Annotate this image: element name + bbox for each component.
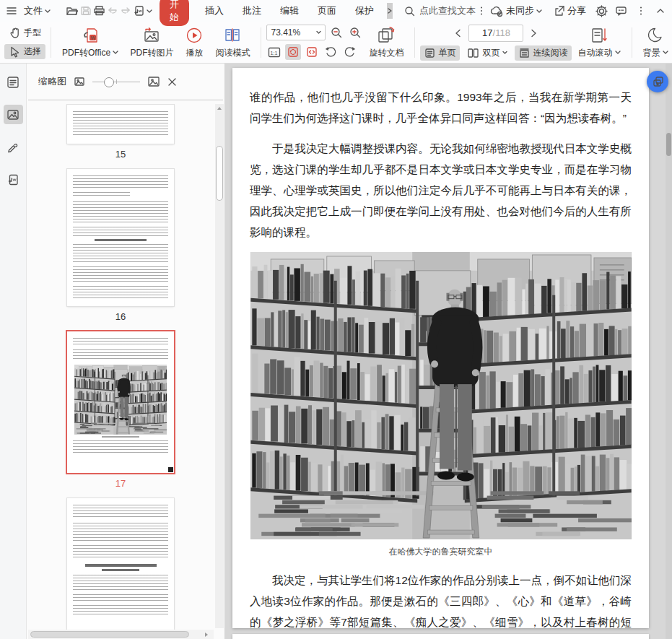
cloud-unsync-icon xyxy=(489,5,504,17)
thumbnail-label-selected: 17 xyxy=(27,478,214,489)
file-menu[interactable]: 文件 xyxy=(19,3,56,19)
zoom-out-button[interactable] xyxy=(328,25,344,40)
pdf-to-office-icon: W xyxy=(81,26,100,45)
settings-button[interactable] xyxy=(593,2,611,19)
selection-corner-handle xyxy=(168,467,173,472)
chevron-down-icon xyxy=(536,8,542,14)
page-number-input[interactable]: 17/118 xyxy=(468,25,523,42)
quickbar-dropdown-icon[interactable] xyxy=(147,2,152,19)
photo-frame xyxy=(250,252,632,539)
doc-convert-icon xyxy=(651,75,664,88)
thumbnail-label: 15 xyxy=(27,149,214,160)
thumbnail-page-17[interactable] xyxy=(67,331,174,473)
collapse-ribbon-icon[interactable] xyxy=(651,2,669,19)
previous-page-button[interactable] xyxy=(455,29,461,38)
zoom-level-input[interactable]: 73.41% xyxy=(266,25,326,40)
select-tool-button[interactable]: 选择 xyxy=(4,44,45,59)
pdf-to-image-button[interactable]: PDF转图片 xyxy=(124,25,179,60)
print-button[interactable] xyxy=(93,2,105,19)
close-panel-icon[interactable] xyxy=(167,77,177,87)
viewer-scrollbar[interactable] xyxy=(666,64,672,639)
tab-insert[interactable]: 插入 xyxy=(196,3,232,19)
library-photo xyxy=(250,252,632,539)
fit-width-button[interactable] xyxy=(304,44,320,60)
panel-scroll-thumb[interactable] xyxy=(216,146,223,201)
actual-size-button[interactable]: 1:1 xyxy=(266,44,282,60)
rotate-document-icon xyxy=(376,26,396,45)
play-button[interactable]: 播放 xyxy=(179,25,209,60)
chevron-down-icon xyxy=(113,50,118,55)
open-folder-button[interactable] xyxy=(66,2,79,19)
pdf-page-18-edge[interactable] xyxy=(232,634,649,639)
fit-page-button[interactable] xyxy=(285,44,301,60)
panel-vertical-scrollbar[interactable] xyxy=(215,104,224,628)
double-page-button[interactable]: 双页 xyxy=(463,45,512,61)
thumbnail-panel-header: 缩略图 xyxy=(27,64,224,100)
large-thumbnails-icon[interactable] xyxy=(147,76,160,87)
single-page-button[interactable]: 单页 xyxy=(420,45,460,61)
hand-tool-button[interactable]: 手型 xyxy=(4,25,45,40)
panel-hscroll-thumb[interactable] xyxy=(30,631,189,638)
outline-panel-button[interactable] xyxy=(4,72,23,92)
tab-annotate[interactable]: 批注 xyxy=(234,3,270,19)
doc-export-icon xyxy=(6,173,19,186)
paragraph: 于是我决定大幅调整授课内容。无论我如何绵密地教授现代日本文学史概览，选这门课的学… xyxy=(250,138,632,243)
svg-text:1:1: 1:1 xyxy=(271,50,278,55)
rotate-document-button[interactable]: 旋转文档 xyxy=(363,25,409,60)
tab-start[interactable]: 开始 xyxy=(160,0,189,26)
hand-icon xyxy=(9,27,21,39)
pdf-to-office-button[interactable]: W PDF转Office xyxy=(56,25,124,60)
export-panel-button[interactable] xyxy=(4,170,23,189)
thumbnail-list[interactable]: 15 16 17 xyxy=(27,100,224,639)
hamburger-menu-icon[interactable] xyxy=(6,2,17,19)
moon-icon xyxy=(646,26,665,45)
panel-horizontal-scrollbar[interactable] xyxy=(28,630,214,639)
tab-page[interactable]: 页面 xyxy=(309,3,345,19)
document-viewer[interactable]: 谁的作品，他们也几乎没留下什么印象。1993年之后，当我在新学期第一天问学生们为… xyxy=(225,64,672,639)
search-box[interactable]: 点此查找文本 xyxy=(404,4,483,17)
tab-edit[interactable]: 编辑 xyxy=(271,3,307,19)
small-thumbnails-icon[interactable] xyxy=(74,77,85,87)
export-word-button[interactable] xyxy=(133,2,145,19)
thumbnail-label: 16 xyxy=(27,311,214,322)
thumbnail-size-slider[interactable] xyxy=(92,77,140,87)
read-mode-button[interactable]: 阅读模式 xyxy=(209,25,256,60)
thumbnail-page-18[interactable] xyxy=(67,498,174,630)
tab-protect[interactable]: 保护 xyxy=(346,3,383,19)
thumbnail-icon xyxy=(6,108,19,121)
rotate-right-button[interactable] xyxy=(341,44,357,60)
chevron-down-icon xyxy=(316,30,321,35)
thumbnail-panel: 缩略图 15 16 xyxy=(27,64,225,639)
chevron-down-icon xyxy=(502,51,507,55)
search-placeholder: 点此查找文本 xyxy=(419,4,476,17)
menu-bar: 文件 开始 插入 批注 编辑 页面 保护 点此查找文本 未同步 分享 xyxy=(0,0,672,22)
scroll-up-arrow[interactable] xyxy=(217,107,222,110)
scroll-right-arrow[interactable] xyxy=(205,633,208,637)
continuous-read-button[interactable]: 连续阅读 xyxy=(515,45,572,61)
zoom-in-button[interactable] xyxy=(347,25,363,40)
background-button[interactable]: 背景 xyxy=(637,25,672,60)
slider-knob[interactable] xyxy=(104,77,114,87)
pdf-to-word-float-button[interactable] xyxy=(647,71,668,92)
thumbnail-page-15[interactable] xyxy=(67,105,174,144)
share-button[interactable]: 分享 xyxy=(549,3,591,19)
search-more-icon[interactable] xyxy=(480,6,483,16)
more-options-icon[interactable] xyxy=(632,2,650,19)
toolbar: 手型 选择 W PDF转Office PDF转图片 播放 阅读模式 73.41%… xyxy=(0,22,672,64)
thumbnail-page-16[interactable] xyxy=(67,169,174,306)
app-window: { "menubar": { "file_label": "文件", "star… xyxy=(0,0,672,639)
sign-panel-button[interactable] xyxy=(4,137,23,157)
pdf-page-17[interactable]: 谁的作品，他们也几乎没留下什么印象。1993年之后，当我在新学期第一天问学生们为… xyxy=(232,68,649,628)
undo-button[interactable] xyxy=(107,2,118,19)
save-button[interactable] xyxy=(80,2,92,19)
comment-button[interactable] xyxy=(612,2,630,19)
svg-text:W: W xyxy=(91,35,96,40)
sync-status[interactable]: 未同步 xyxy=(484,3,547,19)
rotate-left-button[interactable] xyxy=(323,44,339,60)
thumbnail-panel-button[interactable] xyxy=(4,105,23,124)
next-page-button[interactable] xyxy=(531,29,537,38)
ribbon-expand-button[interactable] xyxy=(387,3,393,19)
viewer-scroll-thumb[interactable] xyxy=(666,133,671,156)
redo-button[interactable] xyxy=(120,2,131,19)
auto-scroll-button[interactable]: 自动滚动 xyxy=(572,25,626,60)
